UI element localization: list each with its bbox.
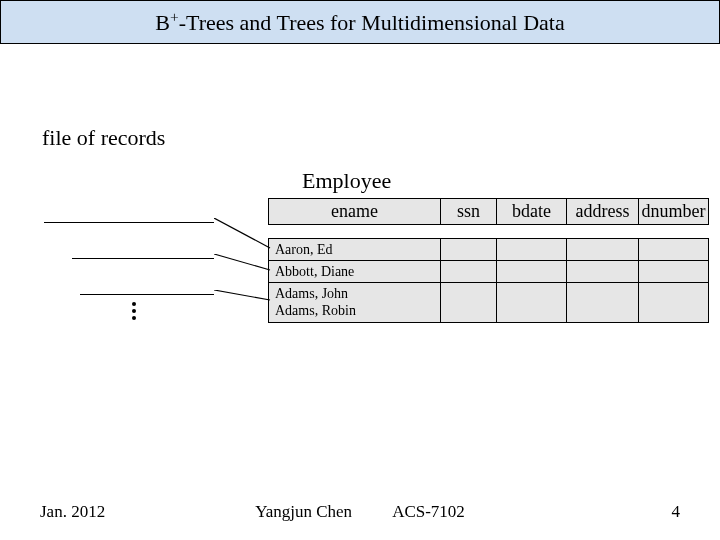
table-row: Adams, John Adams, Robin xyxy=(269,283,709,323)
col-address: address xyxy=(567,199,639,225)
cell xyxy=(441,239,497,261)
pointer-connector xyxy=(214,290,274,304)
cell xyxy=(441,261,497,283)
cell xyxy=(639,239,709,261)
cell xyxy=(441,283,497,323)
cell-ename: Abbott, Diane xyxy=(269,261,441,283)
cell xyxy=(567,261,639,283)
slide-title: B+-Trees and Trees for Multidimensional … xyxy=(155,8,564,36)
footer-course: ACS-7102 xyxy=(392,502,465,522)
employee-header-table: ename ssn bdate address dnumber xyxy=(268,198,709,225)
page-slot-line xyxy=(72,258,214,259)
slide-footer: Jan. 2012 Yangjun Chen ACS-7102 4 xyxy=(0,502,720,522)
ellipsis-dots xyxy=(132,302,136,320)
cell xyxy=(639,261,709,283)
svg-line-0 xyxy=(214,218,270,248)
table-row: Aaron, Ed xyxy=(269,239,709,261)
cell-ename: Adams, John Adams, Robin xyxy=(269,283,441,323)
cell-ename: Aaron, Ed xyxy=(269,239,441,261)
cell xyxy=(497,239,567,261)
footer-author: Yangjun Chen xyxy=(255,502,352,522)
cell-line: Adams, John xyxy=(275,286,348,301)
employee-records-table: Aaron, Ed Abbott, Diane Adams, John Adam… xyxy=(268,238,709,323)
cell xyxy=(497,283,567,323)
col-ssn: ssn xyxy=(441,199,497,225)
cell xyxy=(567,239,639,261)
col-ename: ename xyxy=(269,199,441,225)
table-title: Employee xyxy=(302,168,391,194)
col-dnumber: dnumber xyxy=(639,199,709,225)
svg-line-2 xyxy=(214,290,270,300)
cell xyxy=(639,283,709,323)
cell xyxy=(497,261,567,283)
dot-icon xyxy=(132,316,136,320)
section-label: file of records xyxy=(42,125,165,151)
svg-line-1 xyxy=(214,254,270,270)
slide-title-bar: B+-Trees and Trees for Multidimensional … xyxy=(0,0,720,44)
footer-center: Yangjun Chen ACS-7102 xyxy=(0,502,720,522)
page-slot-line xyxy=(80,294,214,295)
dot-icon xyxy=(132,309,136,313)
pointer-connector xyxy=(214,254,274,274)
cell-line: Adams, Robin xyxy=(275,303,356,318)
cell xyxy=(567,283,639,323)
title-pre: B xyxy=(155,10,170,35)
title-post: -Trees and Trees for Multidimensional Da… xyxy=(179,10,565,35)
dot-icon xyxy=(132,302,136,306)
table-row: Abbott, Diane xyxy=(269,261,709,283)
table-header-row: ename ssn bdate address dnumber xyxy=(269,199,709,225)
pointer-connector xyxy=(214,218,274,254)
title-sup: + xyxy=(170,8,179,25)
page-slot-line xyxy=(44,222,214,223)
col-bdate: bdate xyxy=(497,199,567,225)
